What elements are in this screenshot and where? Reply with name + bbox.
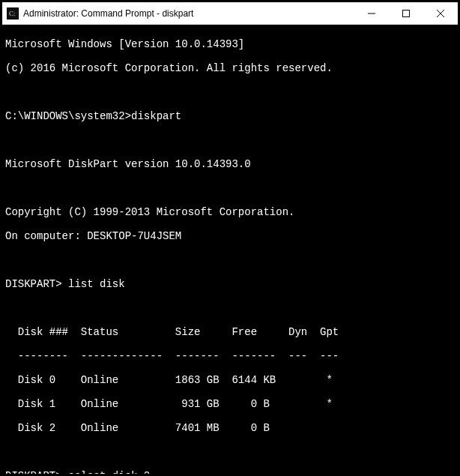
header-line: Microsoft Windows [Version 10.0.14393]	[5, 38, 455, 50]
cmd-text: list disk	[62, 278, 125, 290]
diskpart-prompt: DISKPART>	[5, 278, 62, 290]
cmd-text: diskpart	[131, 110, 181, 122]
prompt-line: C:\WINDOWS\system32>diskpart	[5, 110, 455, 122]
close-button[interactable]	[423, 2, 458, 24]
diskpart-prompt: DISKPART>	[5, 470, 62, 474]
window-controls	[354, 2, 458, 24]
prompt-line: DISKPART> list disk	[5, 278, 455, 290]
prompt-line: DISKPART> select disk 2	[5, 470, 455, 474]
cmd-icon: C:	[7, 7, 19, 19]
table-row: Disk 1 Online 931 GB 0 B *	[5, 398, 455, 410]
blank-line	[5, 446, 455, 458]
path-prompt: C:\WINDOWS\system32>	[5, 110, 131, 122]
table-row: Disk 0 Online 1863 GB 6144 KB *	[5, 374, 455, 386]
svg-text:C:: C:	[9, 10, 16, 17]
table-row: Disk 2 Online 7401 MB 0 B	[5, 422, 455, 434]
blank-line	[5, 182, 455, 194]
blank-line	[5, 254, 455, 266]
table-header: Disk ### Status Size Free Dyn Gpt	[5, 326, 455, 338]
cmd-text: select disk 2	[62, 470, 151, 474]
copyright: Copyright (C) 1999-2013 Microsoft Corpor…	[5, 206, 455, 218]
table-separator: -------- ------------- ------- ------- -…	[5, 350, 455, 362]
dp-version: Microsoft DiskPart version 10.0.14393.0	[5, 158, 455, 170]
maximize-button[interactable]	[389, 2, 423, 24]
computer-name: On computer: DESKTOP-7U4JSEM	[5, 230, 455, 242]
command-prompt-window: C: Administrator: Command Prompt - diskp…	[0, 0, 460, 476]
blank-line	[5, 302, 455, 314]
svg-rect-4	[403, 10, 410, 16]
blank-line	[5, 86, 455, 98]
header-line: (c) 2016 Microsoft Corporation. All righ…	[5, 62, 455, 74]
minimize-button[interactable]	[354, 2, 389, 24]
blank-line	[5, 134, 455, 146]
window-title: Administrator: Command Prompt - diskpart	[23, 8, 354, 19]
titlebar[interactable]: C: Administrator: Command Prompt - diskp…	[2, 2, 458, 25]
console-output[interactable]: Microsoft Windows [Version 10.0.14393] (…	[2, 25, 458, 474]
